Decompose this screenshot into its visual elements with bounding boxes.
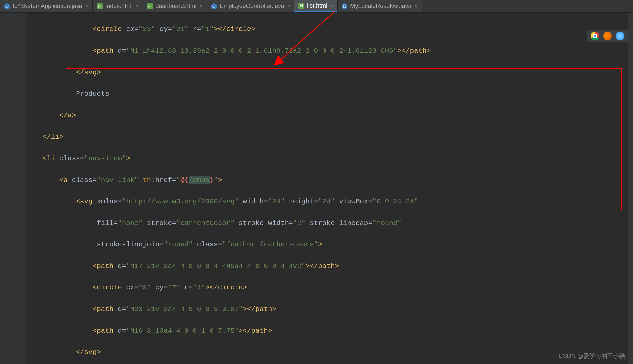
- chrome-icon[interactable]: [591, 32, 599, 40]
- close-icon[interactable]: ×: [136, 4, 138, 9]
- tab-label: EmployeeController.java: [220, 3, 284, 10]
- gutter: [0, 13, 26, 364]
- close-icon[interactable]: ×: [288, 4, 290, 9]
- tab-label: t04SystemApplication.java: [13, 3, 82, 10]
- firefox-icon[interactable]: [603, 32, 612, 40]
- tab-list[interactable]: H list.html ×: [294, 0, 338, 12]
- tab-mylocaleresolver[interactable]: C MyLocaleResolver.java ×: [338, 0, 422, 12]
- browser-preview-toolbar: [587, 30, 628, 42]
- java-icon: C: [211, 3, 217, 9]
- code-area[interactable]: <circle cx="23" cy="21" r="1"></circle> …: [26, 13, 633, 364]
- html-icon: H: [97, 3, 103, 9]
- close-icon[interactable]: ×: [86, 4, 88, 9]
- tab-dashboard[interactable]: H dashboard.html ×: [143, 0, 207, 12]
- close-icon[interactable]: ×: [415, 4, 417, 9]
- close-icon[interactable]: ×: [200, 4, 203, 9]
- vertical-scrollbar[interactable]: [628, 13, 633, 364]
- tab-t04systemapplication[interactable]: C t04SystemApplication.java ×: [0, 0, 93, 12]
- tab-label: index.html: [105, 3, 132, 10]
- java-icon: C: [342, 3, 347, 9]
- close-icon[interactable]: ×: [331, 3, 333, 8]
- tab-bar: C t04SystemApplication.java × H index.ht…: [0, 0, 633, 13]
- html-icon: H: [298, 3, 304, 9]
- tab-label: MyLocaleResolver.java: [350, 3, 411, 10]
- tab-employeecontroller[interactable]: C EmployeeController.java ×: [207, 0, 294, 12]
- java-icon: C: [4, 3, 10, 9]
- tab-label: list.html: [307, 2, 327, 9]
- editor[interactable]: <circle cx="23" cy="21" r="1"></circle> …: [0, 13, 633, 364]
- safari-icon[interactable]: [616, 32, 624, 40]
- tab-label: dashboard.html: [156, 3, 197, 10]
- watermark: CSDN @爱学习的王小强: [559, 352, 625, 360]
- html-icon: H: [147, 3, 153, 9]
- tab-index[interactable]: H index.html ×: [93, 0, 143, 12]
